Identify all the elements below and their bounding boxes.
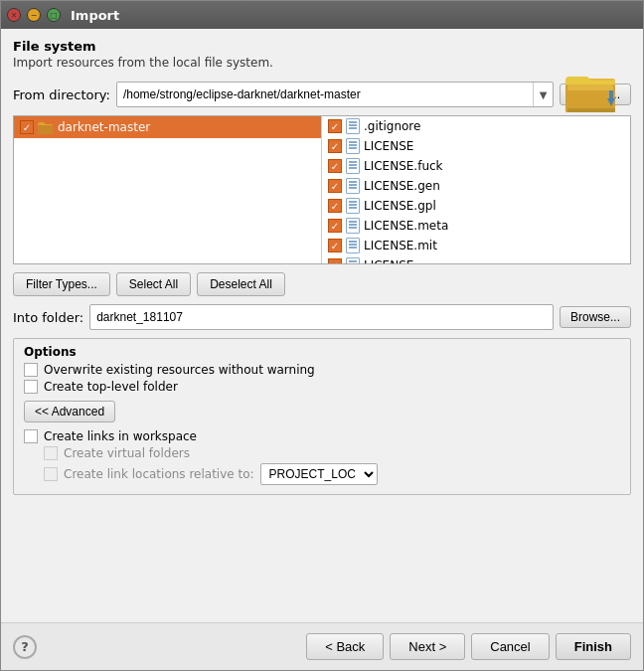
file-checkbox[interactable] — [328, 219, 342, 233]
file-doc-icon — [346, 238, 360, 253]
create-links-label: Create links in workspace — [44, 429, 197, 443]
file-checkbox[interactable] — [328, 239, 342, 252]
dir-folder-icon — [38, 120, 54, 134]
directory-tree[interactable]: darknet-master — [14, 116, 322, 263]
overwrite-option-row: Overwrite existing resources without war… — [24, 363, 620, 377]
import-dialog: × − □ Import File sy — [0, 0, 644, 671]
file-doc-icon — [346, 198, 360, 214]
list-item[interactable]: LICENSE.mit — [322, 236, 630, 255]
options-title: Options — [24, 345, 620, 359]
create-relative-checkbox[interactable] — [44, 467, 58, 481]
file-list[interactable]: .gitignoreLICENSELICENSE.fuckLICENSE.gen… — [322, 116, 630, 263]
file-name-label: LICENSE.mit — [364, 239, 437, 252]
create-virtual-label: Create virtual folders — [64, 446, 190, 460]
file-checkbox[interactable] — [328, 199, 342, 213]
overwrite-checkbox[interactable] — [24, 363, 38, 377]
next-button[interactable]: Next > — [390, 633, 465, 660]
file-name-label: LICENSE.meta — [364, 219, 448, 233]
back-button[interactable]: < Back — [306, 633, 384, 660]
create-relative-label: Create link locations relative to: — [64, 467, 254, 481]
action-buttons-row: Filter Types... Select All Deselect All — [13, 272, 631, 296]
list-item[interactable]: LICENSE.fuck — [322, 156, 630, 176]
list-item[interactable]: LICENSE... — [322, 255, 630, 263]
file-doc-icon — [346, 158, 360, 174]
folder-large-icon — [565, 71, 617, 114]
file-doc-icon — [346, 178, 360, 194]
finish-button[interactable]: Finish — [556, 633, 631, 660]
advanced-btn-row: << Advanced — [24, 397, 620, 426]
create-links-option-row: Create links in workspace — [24, 429, 620, 443]
file-checkbox[interactable] — [328, 159, 342, 173]
from-directory-dropdown-arrow[interactable]: ▼ — [533, 83, 553, 106]
file-name-label: LICENSE.gen — [364, 179, 440, 193]
dialog-content: File system Import resources from the lo… — [1, 29, 643, 622]
options-group: Options Overwrite existing resources wit… — [13, 338, 631, 495]
relative-dropdown[interactable]: PROJECT_LOC — [260, 463, 378, 485]
file-name-label: LICENSE... — [364, 258, 425, 263]
footer: ? < Back Next > Cancel Finish — [1, 622, 643, 670]
close-button[interactable]: × — [7, 8, 21, 22]
directory-tree-item[interactable]: darknet-master — [14, 116, 321, 138]
create-top-level-checkbox[interactable] — [24, 380, 38, 394]
into-folder-browse-button[interactable]: Browse... — [560, 306, 631, 328]
file-name-label: .gitignore — [364, 119, 420, 133]
file-checkbox[interactable] — [328, 258, 342, 263]
file-doc-icon — [346, 218, 360, 234]
filter-types-button[interactable]: Filter Types... — [13, 272, 110, 296]
cancel-button[interactable]: Cancel — [471, 633, 549, 660]
create-virtual-checkbox[interactable] — [44, 446, 58, 460]
file-checkbox[interactable] — [328, 139, 342, 153]
maximize-button[interactable]: □ — [47, 8, 61, 22]
svg-rect-6 — [609, 90, 613, 100]
into-folder-label: Into folder: — [13, 310, 83, 325]
file-name-label: LICENSE.fuck — [364, 159, 443, 173]
list-item[interactable]: LICENSE.gpl — [322, 196, 630, 216]
create-relative-option-row: Create link locations relative to: PROJE… — [44, 463, 620, 485]
file-panel: darknet-master .gitignoreLICENSELICENSE.… — [13, 115, 631, 264]
section-desc: Import resources from the local file sys… — [13, 56, 631, 70]
svg-rect-3 — [567, 108, 615, 112]
list-item[interactable]: LICENSE.gen — [322, 176, 630, 196]
from-directory-label: From directory: — [13, 87, 110, 102]
from-directory-row: From directory: ▼ Browse... — [13, 82, 631, 107]
dir-check-icon — [20, 120, 34, 134]
into-folder-row: Into folder: Browse... — [13, 304, 631, 330]
file-checkbox[interactable] — [328, 179, 342, 193]
deselect-all-button[interactable]: Deselect All — [197, 272, 285, 296]
header-area: File system Import resources from the lo… — [13, 39, 631, 70]
svg-rect-7 — [38, 124, 53, 134]
from-directory-input[interactable] — [117, 83, 533, 106]
file-doc-icon — [346, 118, 360, 134]
from-directory-input-wrap[interactable]: ▼ — [116, 82, 554, 107]
create-links-checkbox[interactable] — [24, 429, 38, 443]
list-item[interactable]: .gitignore — [322, 116, 630, 136]
advanced-button[interactable]: << Advanced — [24, 401, 115, 422]
minimize-button[interactable]: − — [27, 8, 41, 22]
into-folder-input[interactable] — [89, 304, 554, 330]
file-doc-icon — [346, 138, 360, 154]
file-doc-icon — [346, 257, 360, 263]
svg-rect-4 — [567, 84, 613, 90]
titlebar: × − □ Import — [1, 1, 643, 29]
window-title: Import — [71, 8, 119, 23]
select-all-button[interactable]: Select All — [116, 272, 191, 296]
close-icon: × — [11, 11, 18, 20]
file-name-label: LICENSE — [364, 139, 413, 153]
overwrite-label: Overwrite existing resources without war… — [44, 363, 315, 377]
minimize-icon: − — [31, 11, 38, 20]
create-top-level-label: Create top-level folder — [44, 380, 178, 394]
file-checkbox[interactable] — [328, 119, 342, 133]
help-button[interactable]: ? — [13, 635, 37, 659]
create-top-level-option-row: Create top-level folder — [24, 380, 620, 394]
list-item[interactable]: LICENSE — [322, 136, 630, 156]
section-title: File system — [13, 39, 631, 54]
dir-item-label: darknet-master — [58, 120, 150, 134]
create-virtual-option-row: Create virtual folders — [44, 446, 620, 460]
list-item[interactable]: LICENSE.meta — [322, 216, 630, 236]
maximize-icon: □ — [50, 11, 58, 20]
relative-dropdown-row: PROJECT_LOC — [260, 463, 378, 485]
file-name-label: LICENSE.gpl — [364, 199, 436, 213]
